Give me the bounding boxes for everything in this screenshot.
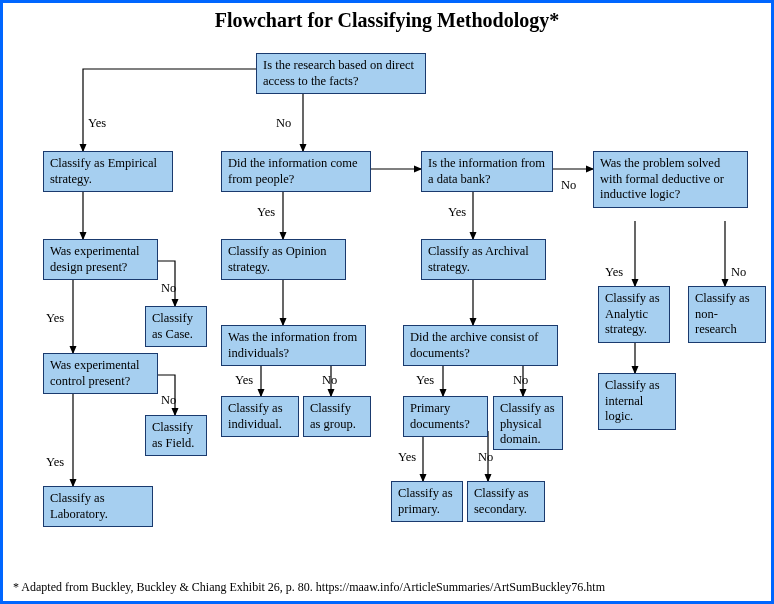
node-q-formal-logic: Was the problem solved with formal deduc…	[593, 151, 748, 208]
node-classify-laboratory: Classify as Laboratory.	[43, 486, 153, 527]
node-q-primary-documents: Primary documents?	[403, 396, 488, 437]
edge-label-yes: Yes	[605, 265, 623, 280]
node-classify-nonresearch: Classify as non-research	[688, 286, 766, 343]
edge-label-yes: Yes	[46, 311, 64, 326]
node-classify-internal-logic: Classify as internal logic.	[598, 373, 676, 430]
node-classify-primary: Classify as primary.	[391, 481, 463, 522]
diagram-frame: Flowchart for Classifying Methodology*	[0, 0, 774, 604]
node-q-archive-documents: Did the archive consist of documents?	[403, 325, 558, 366]
node-classify-group: Classify as group.	[303, 396, 371, 437]
node-q-info-from-people: Did the information come from people?	[221, 151, 371, 192]
node-classify-empirical: Classify as Empirical strategy.	[43, 151, 173, 192]
node-q-direct-access: Is the research based on direct access t…	[256, 53, 426, 94]
edge-label-yes: Yes	[235, 373, 253, 388]
node-classify-secondary: Classify as secondary.	[467, 481, 545, 522]
node-classify-archival: Classify as Archival strategy.	[421, 239, 546, 280]
edge-label-yes: Yes	[398, 450, 416, 465]
node-q-data-bank: Is the information from a data bank?	[421, 151, 553, 192]
node-classify-field: Classify as Field.	[145, 415, 207, 456]
edge-label-yes: Yes	[257, 205, 275, 220]
edge-label-no: No	[322, 373, 337, 388]
node-q-experimental-design: Was experimental design present?	[43, 239, 158, 280]
edge-label-yes: Yes	[88, 116, 106, 131]
edge-label-no: No	[161, 393, 176, 408]
edge-label-yes: Yes	[416, 373, 434, 388]
node-classify-analytic: Classify as Analytic strategy.	[598, 286, 670, 343]
edge-label-yes: Yes	[448, 205, 466, 220]
edge-label-no: No	[731, 265, 746, 280]
edge-label-no: No	[513, 373, 528, 388]
edge-label-no: No	[478, 450, 493, 465]
footnote: * Adapted from Buckley, Buckley & Chiang…	[13, 580, 761, 595]
node-classify-individual: Classify as individual.	[221, 396, 299, 437]
edge-label-no: No	[561, 178, 576, 193]
edge-label-yes: Yes	[46, 455, 64, 470]
node-q-experimental-control: Was experimental control present?	[43, 353, 158, 394]
node-classify-physical: Classify as physical domain.	[493, 396, 563, 450]
edge-label-no: No	[276, 116, 291, 131]
edge-label-no: No	[161, 281, 176, 296]
node-classify-case: Classify as Case.	[145, 306, 207, 347]
node-classify-opinion: Classify as Opinion strategy.	[221, 239, 346, 280]
node-q-info-from-individuals: Was the information from individuals?	[221, 325, 366, 366]
